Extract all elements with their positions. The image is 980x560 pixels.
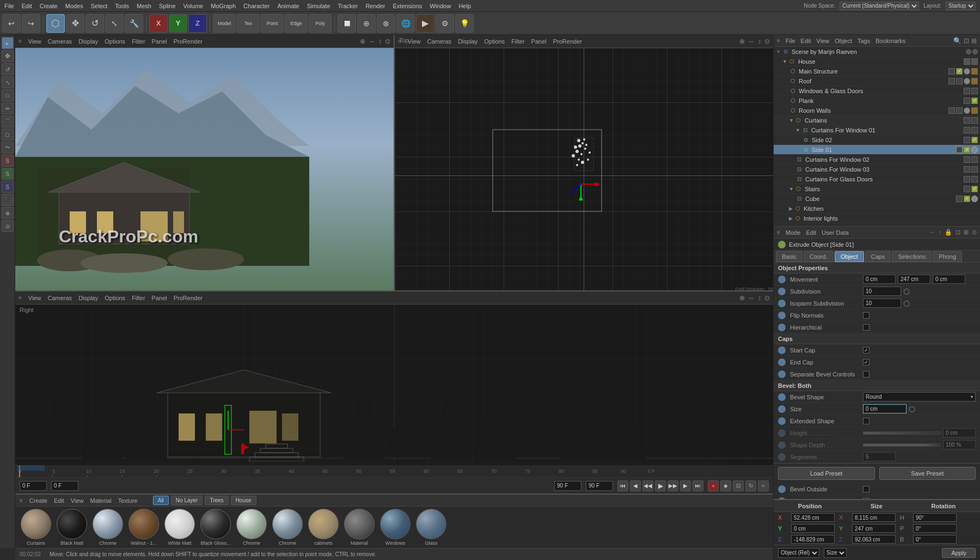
mat-glass[interactable]: Glass [415,509,448,546]
x-btn[interactable]: X [149,14,168,33]
play-btn[interactable]: ▶ [655,480,666,491]
scene-file[interactable]: File [786,38,795,44]
scene-item-curtains-w02[interactable]: ⊡ Curtains For Window 02 [774,155,980,165]
poly-mode[interactable]: Poly [309,14,332,33]
z-btn[interactable]: Z [188,14,207,33]
menu-render[interactable]: Render [365,3,385,9]
mat-view[interactable]: View [71,497,84,504]
select-tool[interactable]: ▸ [2,37,14,49]
vp2-display[interactable]: Display [458,38,477,45]
scene-view[interactable]: View [817,38,830,44]
prop-bshape-dropdown[interactable]: Round ▾ [863,392,976,401]
prop-flip-checkbox[interactable] [863,312,869,319]
mat-texture[interactable]: Texture [118,497,138,504]
scene-filter-icon[interactable]: ⊡ [964,37,969,45]
y-btn[interactable]: Y [169,14,187,33]
vp1-icon3[interactable]: ↕ [378,38,382,45]
menu-window[interactable]: Window [430,3,451,9]
move-tool[interactable]: ✥ [2,50,14,62]
vp1-icon4[interactable]: ⊙ [385,38,390,45]
scene-item-stairs[interactable]: ▼ ⬡ Stairs ✓ [774,184,980,194]
mat-black-gloss[interactable]: Black Gloss... [199,509,232,546]
props-edit[interactable]: Edit [806,229,816,236]
props-extra2[interactable]: ⊞ [964,229,969,236]
vp1-filter[interactable]: Filter [132,38,145,45]
scene-item-plank[interactable]: ⬡ Plank ✓ [774,96,980,106]
scene-bookmarks[interactable]: Bookmarks [875,38,905,44]
vp1-prorender[interactable]: ProRender [174,38,203,45]
scene-item-scene[interactable]: ▼ ⊙ Scene by Marijn Raeven [774,47,980,57]
coord-sys-btn[interactable]: 🌐 [396,14,415,33]
vp3-icon4[interactable]: ⊙ [764,294,770,302]
save-preset-btn[interactable]: Save Preset [879,467,976,480]
knife-tool[interactable]: S [2,155,14,167]
bevel-header[interactable]: Bevel: Both [774,380,980,391]
move-btn[interactable]: ✥ [66,14,84,33]
vp2-icon4[interactable]: ⊙ [764,38,770,45]
prop-sdepth-value[interactable] [943,440,976,449]
prop-segments-value[interactable] [863,452,896,461]
vp2-prorender[interactable]: ProRender [553,38,582,45]
polygon-tool[interactable]: ⬡ [2,129,14,141]
x-pos-input[interactable]: 52.428 cm [791,513,835,522]
sculpt-tool[interactable]: ⊙ [2,220,14,232]
scene-item-interior-lights[interactable]: ▶ ⬡ Interior lights [774,214,980,223]
vp1-view[interactable]: View [28,38,41,45]
extrude-tool[interactable]: S [2,181,14,193]
next-frame-btn[interactable]: ▶ [680,480,691,491]
tab-basic[interactable]: Basic [776,251,803,262]
vp1-cameras[interactable]: Cameras [48,38,72,45]
menu-animate[interactable]: Animate [277,3,299,9]
transform-btn[interactable]: 🔧 [125,14,143,33]
caps-header[interactable]: Caps [774,333,980,344]
prop-hierarchical-checkbox[interactable] [863,324,869,331]
tab-coord[interactable]: Coord. [804,251,834,262]
go-start-btn[interactable]: ⏮ [617,480,628,491]
play-fwd-btn[interactable]: ▶▶ [667,480,678,491]
start-frame-input[interactable] [20,481,47,491]
z-size-input[interactable]: 92.063 cm [852,535,896,544]
texture-mode[interactable]: Tex [237,14,260,33]
undo-btn[interactable]: ↩ [2,14,21,33]
h-rot-input[interactable]: 90° [913,513,957,522]
scene-item-curtains-group[interactable]: ▼ ⬡ Curtains [774,115,980,125]
filter-house[interactable]: House [231,496,256,505]
vp1-options[interactable]: Options [105,38,125,45]
subdivision-spinner[interactable]: ⬡ [903,287,910,296]
menu-select[interactable]: Select [91,3,108,9]
props-back-icon[interactable]: ← [929,229,935,236]
select-btn[interactable]: ⬡ [46,14,65,33]
vp2-icon3[interactable]: ↕ [758,38,761,45]
motion-btn[interactable]: ≈ [758,480,769,491]
vp3-display[interactable]: Display [78,295,98,301]
vp2-icon2[interactable]: ↔ [748,38,755,45]
scene-item-curtains-w01[interactable]: ▼ ⊡ Curtains For Window 01 [774,125,980,135]
x-size-input[interactable]: 8.115 cm [852,513,896,522]
record-btn[interactable]: ● [708,480,719,491]
load-preset-btn[interactable]: Load Preset [778,467,875,480]
props-extra1[interactable]: ⊡ [955,229,960,236]
vp2-options[interactable]: Options [484,38,505,45]
scene-item-roof[interactable]: ⬡ Roof [774,76,980,86]
rotate-btn[interactable]: ↺ [85,14,104,33]
mat-curtains[interactable]: Curtains [20,509,52,546]
scene-item-curtains-w03[interactable]: ⊡ Curtains For Window 03 [774,165,980,174]
render-active-btn[interactable]: ▶ [416,14,434,33]
mat-material[interactable]: Material [343,509,376,546]
end-frame-input1[interactable] [554,481,581,491]
scale-btn[interactable]: ⤡ [105,14,124,33]
light-btn[interactable]: 💡 [455,14,474,33]
object-mode-dropdown[interactable]: Object (Rel) [778,548,819,558]
scene-edit[interactable]: Edit [801,38,811,44]
vp3-icon3[interactable]: ↕ [758,294,761,302]
apply-button[interactable]: Apply [942,548,976,558]
menu-help[interactable]: Help [458,3,471,9]
node-space-dropdown[interactable]: Current (Standard/Physical) [840,2,919,10]
magnet-tool[interactable]: ⊕ [2,207,14,219]
spline-tool[interactable]: 〜 [2,142,14,154]
props-extra3[interactable]: ⊙ [972,229,977,236]
vp1-icon1[interactable]: ⊕ [360,38,365,45]
scene-search-icon[interactable]: 🔍 [953,37,961,45]
scene-item-room-walls[interactable]: ⬡ Room Walls [774,106,980,115]
p-rot-input[interactable]: 0° [913,524,957,533]
